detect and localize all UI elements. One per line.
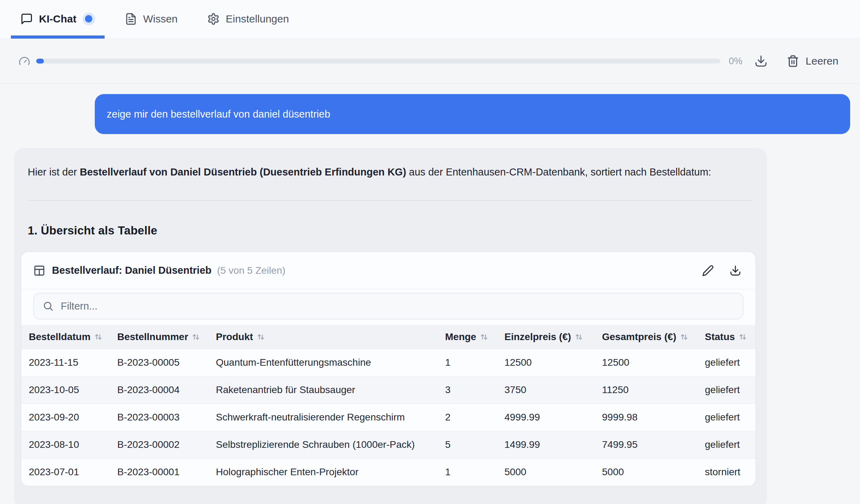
table-widget: Bestellverlauf: Daniel Düsentrieb (5 von… — [21, 251, 756, 486]
intro-suffix: aus der Entenhausen-CRM-Datenbank, sorti… — [406, 166, 711, 178]
column-header[interactable]: Produkt — [209, 325, 438, 349]
table-cell: 2023-10-05 — [21, 376, 110, 404]
sort-arrows-icon — [738, 332, 747, 341]
table-cell: 2 — [438, 404, 497, 431]
table-head: BestelldatumBestellnummerProduktMengeEin… — [21, 325, 755, 349]
table-cell: 11250 — [595, 376, 697, 404]
section-heading: 1. Übersicht als Tabelle — [28, 224, 753, 237]
column-header[interactable]: Bestelldatum — [21, 325, 110, 349]
table-filter-row — [21, 289, 755, 325]
table-cell: 12500 — [595, 349, 697, 376]
table-cell: Raketenantrieb für Staubsauger — [209, 376, 438, 404]
table-cell: 1 — [438, 349, 497, 376]
table-cell: Quantum-Entenfütterungsmaschine — [209, 349, 438, 376]
table-row[interactable]: 2023-11-15B-2023-00005Quantum-Entenfütte… — [21, 349, 755, 376]
sort-arrows-icon — [680, 332, 689, 341]
column-header-label: Status — [705, 331, 735, 343]
table-row[interactable]: 2023-07-01B-2023-00001Holographischer En… — [21, 458, 755, 486]
download-icon — [729, 265, 741, 277]
table-row[interactable]: 2023-09-20B-2023-00003Schwerkraft-neutra… — [21, 404, 755, 431]
chat-icon — [20, 13, 33, 25]
chat-area: zeige mir den bestellverlauf von daniel … — [0, 84, 860, 504]
sort-arrows-icon — [479, 332, 489, 341]
blue-dot-icon — [85, 15, 92, 22]
table-row-count: (5 von 5 Zeilen) — [217, 265, 285, 276]
table-cell: 1 — [438, 458, 497, 486]
table-title: Bestellverlauf: Daniel Düsentrieb — [52, 265, 211, 276]
intro-bold: Bestellverlauf von Daniel Düsentrieb (Du… — [80, 166, 406, 178]
clear-chat-label: Leeren — [806, 55, 838, 67]
table-cell: Selbstreplizierende Schrauben (1000er-Pa… — [209, 431, 438, 458]
download-icon — [754, 54, 768, 68]
table-cell: 5 — [438, 431, 497, 458]
table-cell: B-2023-00001 — [110, 458, 209, 486]
column-header-label: Bestelldatum — [29, 331, 91, 343]
filter-input[interactable] — [33, 293, 743, 319]
table-widget-header: Bestellverlauf: Daniel Düsentrieb (5 von… — [21, 252, 755, 289]
table-cell: 7499.95 — [595, 431, 697, 458]
column-header-label: Bestellnummer — [117, 331, 188, 343]
data-table: BestelldatumBestellnummerProduktMengeEin… — [21, 325, 755, 486]
progress-percent: 0% — [729, 56, 742, 67]
tab-wissen[interactable]: Wissen — [115, 0, 187, 39]
progress-fill — [36, 59, 44, 64]
table-cell: 3750 — [497, 376, 595, 404]
column-header[interactable]: Einzelpreis (€) — [497, 325, 595, 349]
user-message-bubble: zeige mir den bestellverlauf von daniel … — [95, 94, 850, 134]
table-cell: 9999.98 — [595, 404, 697, 431]
user-message-text: zeige mir den bestellverlauf von daniel … — [107, 108, 330, 120]
table-cell: 12500 — [497, 349, 595, 376]
table-cell: 2023-08-10 — [21, 431, 110, 458]
table-cell: B-2023-00005 — [110, 349, 209, 376]
column-header-label: Menge — [445, 331, 476, 343]
table-body: 2023-11-15B-2023-00005Quantum-Entenfütte… — [21, 349, 755, 486]
table-cell: storniert — [697, 458, 755, 486]
section-divider — [28, 200, 753, 201]
table-row[interactable]: 2023-08-10B-2023-00002Selbstreplizierend… — [21, 431, 755, 458]
table-cell: Holographischer Enten-Projektor — [209, 458, 438, 486]
assistant-intro-text: Hier ist der Bestellverlauf von Daniel D… — [21, 162, 760, 182]
column-header[interactable]: Menge — [438, 325, 497, 349]
table-cell: B-2023-00004 — [110, 376, 209, 404]
table-cell: geliefert — [697, 404, 755, 431]
table-cell: 2023-09-20 — [21, 404, 110, 431]
tab-einstellungen[interactable]: Einstellungen — [198, 0, 298, 39]
table-icon — [33, 265, 45, 277]
progress-bar — [36, 59, 720, 64]
column-header[interactable]: Status — [697, 325, 755, 349]
table-cell: 3 — [438, 376, 497, 404]
chat-toolbar: 0% Leeren — [0, 39, 860, 84]
trash-icon — [787, 55, 799, 67]
table-cell: Schwerkraft-neutralisierender Regenschir… — [209, 404, 438, 431]
intro-prefix: Hier ist der — [28, 166, 80, 178]
table-cell: 4999.99 — [497, 404, 595, 431]
table-cell: 5000 — [595, 458, 697, 486]
table-row[interactable]: 2023-10-05B-2023-00004Raketenantrieb für… — [21, 376, 755, 404]
gear-icon — [207, 13, 220, 25]
edit-table-button[interactable] — [702, 265, 714, 277]
tab-label: KI-Chat — [39, 13, 77, 25]
table-actions — [702, 265, 741, 277]
clear-chat-button[interactable]: Leeren — [787, 55, 838, 67]
column-header[interactable]: Gesamtpreis (€) — [595, 325, 697, 349]
sort-arrows-icon — [256, 332, 265, 341]
table-cell: 5000 — [497, 458, 595, 486]
table-cell: 2023-11-15 — [21, 349, 110, 376]
table-cell: 2023-07-01 — [21, 458, 110, 486]
sort-arrows-icon — [94, 332, 103, 341]
table-cell: 1499.99 — [497, 431, 595, 458]
download-chat-button[interactable] — [754, 54, 768, 68]
column-header-label: Gesamtpreis (€) — [602, 331, 676, 343]
table-cell: B-2023-00002 — [110, 431, 209, 458]
tab-ki-chat[interactable]: KI-Chat — [11, 0, 105, 39]
search-icon — [42, 300, 54, 312]
gauge-icon — [19, 55, 30, 67]
download-table-button[interactable] — [729, 265, 741, 277]
sort-arrows-icon — [574, 332, 583, 341]
table-cell: geliefert — [697, 376, 755, 404]
pencil-icon — [702, 265, 714, 277]
table-cell: geliefert — [697, 349, 755, 376]
active-tab-badge — [82, 13, 95, 25]
column-header[interactable]: Bestellnummer — [110, 325, 209, 349]
table-cell: B-2023-00003 — [110, 404, 209, 431]
